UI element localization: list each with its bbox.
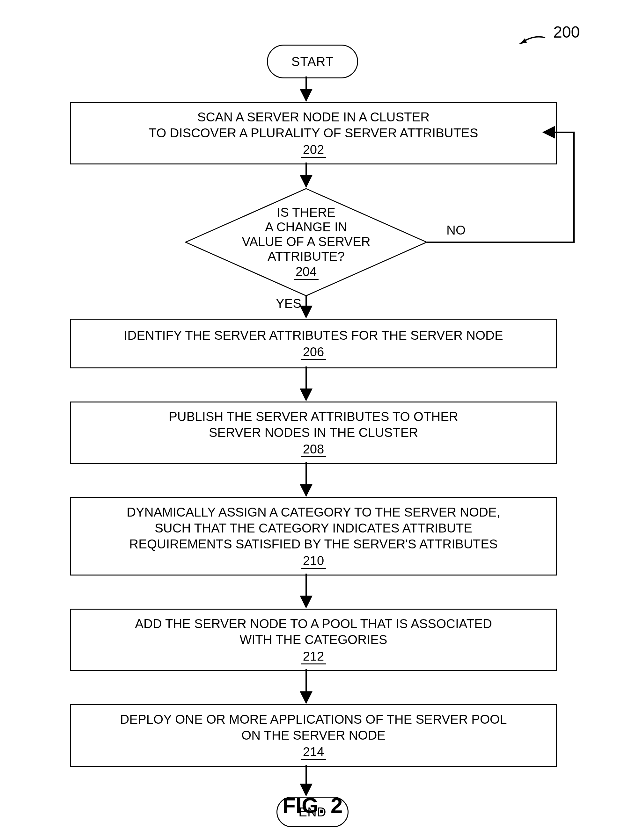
svg-marker-0 bbox=[520, 38, 527, 44]
step-206-ref: 206 bbox=[301, 344, 326, 360]
edge-label-yes: YES bbox=[276, 296, 301, 311]
figure-number-annotation: 200 bbox=[510, 22, 580, 47]
step-206-text: IDENTIFY THE SERVER ATTRIBUTES FOR THE S… bbox=[124, 327, 503, 343]
step-208-ref: 208 bbox=[301, 442, 326, 457]
decision-204-l3: VALUE OF A SERVER bbox=[242, 234, 370, 249]
process-step-212: ADD THE SERVER NODE TO A POOL THAT IS AS… bbox=[70, 609, 557, 671]
step-208-text: PUBLISH THE SERVER ATTRIBUTES TO OTHER S… bbox=[169, 409, 458, 440]
step-212-text: ADD THE SERVER NODE TO A POOL THAT IS AS… bbox=[135, 616, 492, 648]
step-214-text: DEPLOY ONE OR MORE APPLICATIONS OF THE S… bbox=[120, 711, 507, 743]
terminator-start: START bbox=[267, 45, 358, 78]
step-210-ref: 210 bbox=[301, 553, 326, 569]
step-212-ref: 212 bbox=[301, 649, 326, 665]
figure-caption: FIG. 2 bbox=[0, 793, 625, 818]
step-202-ref: 202 bbox=[301, 142, 326, 158]
process-step-214: DEPLOY ONE OR MORE APPLICATIONS OF THE S… bbox=[70, 704, 557, 767]
decision-204-l4: ATTRIBUTE? bbox=[267, 249, 345, 263]
step-214-ref: 214 bbox=[301, 744, 326, 760]
edge-label-no: NO bbox=[446, 223, 466, 237]
process-step-208: PUBLISH THE SERVER ATTRIBUTES TO OTHER S… bbox=[70, 401, 557, 464]
process-step-206: IDENTIFY THE SERVER ATTRIBUTES FOR THE S… bbox=[70, 319, 557, 368]
start-label: START bbox=[291, 54, 334, 69]
decision-204-l2: A CHANGE IN bbox=[265, 220, 347, 234]
process-step-210: DYNAMICALLY ASSIGN A CATEGORY TO THE SER… bbox=[70, 497, 557, 575]
decision-204-ref: 204 bbox=[294, 264, 319, 280]
process-step-202: SCAN A SERVER NODE IN A CLUSTER TO DISCO… bbox=[70, 102, 557, 164]
figure-number-text: 200 bbox=[553, 23, 580, 41]
decision-step-204: IS THERE A CHANGE IN VALUE OF A SERVER A… bbox=[185, 188, 427, 296]
step-202-text: SCAN A SERVER NODE IN A CLUSTER TO DISCO… bbox=[149, 109, 478, 141]
decision-204-l1: IS THERE bbox=[277, 205, 336, 220]
flowchart-figure-2: 200 START SCAN A SERVER NODE IN A CLUSTE… bbox=[0, 0, 625, 840]
decision-204-text-group: IS THERE A CHANGE IN VALUE OF A SERVER A… bbox=[185, 188, 427, 296]
step-210-text: DYNAMICALLY ASSIGN A CATEGORY TO THE SER… bbox=[127, 504, 500, 552]
